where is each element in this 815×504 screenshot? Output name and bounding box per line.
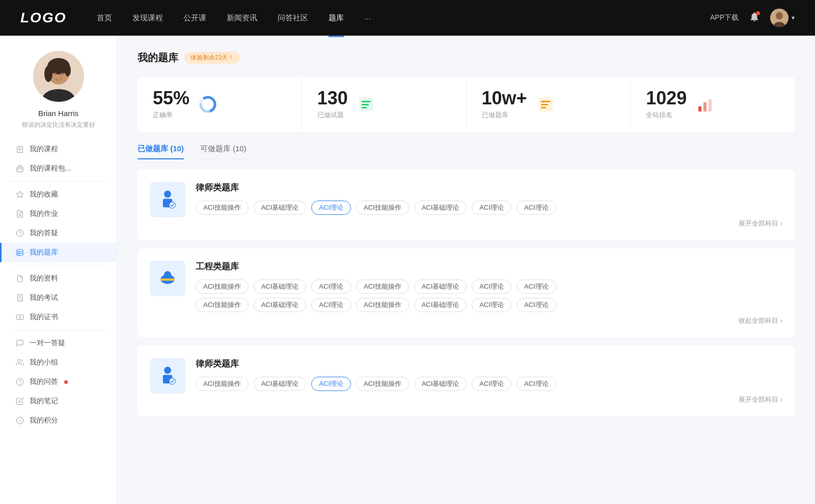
tag-aci-theory-1[interactable]: ACI理论 <box>311 201 351 215</box>
divider2 <box>10 265 106 266</box>
sidebar-item-courses[interactable]: 我的课程 <box>0 139 117 159</box>
sidebar-item-oneone[interactable]: 一对一答疑 <box>0 333 117 353</box>
sidebar-item-qbank[interactable]: 我的题库 <box>0 243 117 262</box>
star-icon <box>15 190 24 199</box>
divider3 <box>10 330 106 330</box>
svg-point-50 <box>164 190 171 198</box>
sidebar-item-myqa[interactable]: 我的答疑 <box>0 223 117 243</box>
bar-chart-icon <box>695 94 715 115</box>
sidebar-label-cert: 我的证书 <box>30 313 58 322</box>
tag-eng-base-4[interactable]: ACI基础理论 <box>414 298 467 312</box>
nav-qbank[interactable]: 题库 <box>329 11 344 25</box>
notification-bell[interactable] <box>749 11 760 24</box>
tag-law2-base-2[interactable]: ACI基础理论 <box>414 377 467 391</box>
tag-aci-theory-2[interactable]: ACI理论 <box>472 201 511 215</box>
sidebar-label-data: 我的资料 <box>30 274 58 283</box>
top-navigation: LOGO 首页 发现课程 公开课 新闻资讯 问答社区 题库 ··· APP下载 … <box>0 0 815 36</box>
sidebar-item-group[interactable]: 我的小组 <box>0 353 117 372</box>
tag-law2-base-1[interactable]: ACI基础理论 <box>254 377 307 391</box>
tag-eng-base-3[interactable]: ACI基础理论 <box>254 298 307 312</box>
tag-eng-theory-4[interactable]: ACI理论 <box>311 298 351 312</box>
stat-label-rank: 全站排名 <box>646 110 687 120</box>
tag-eng-skill-3[interactable]: ACI技能操作 <box>196 298 249 312</box>
sidebar-label-favorites: 我的收藏 <box>30 190 58 199</box>
expand-link-lawyer-1[interactable]: 展开全部科目 › <box>196 219 782 228</box>
tag-law2-skill-1[interactable]: ACI技能操作 <box>196 377 249 391</box>
tag-aci-base-theory-2[interactable]: ACI基础理论 <box>414 201 467 215</box>
tag-aci-skill-op-2[interactable]: ACI技能操作 <box>356 201 409 215</box>
nav-more[interactable]: ··· <box>364 12 371 24</box>
nav-discover[interactable]: 发现课程 <box>132 11 163 25</box>
svg-point-8 <box>65 64 71 76</box>
tag-aci-base-theory-1[interactable]: ACI基础理论 <box>254 201 307 215</box>
stat-value-correctness: 55% <box>153 89 189 107</box>
sidebar-item-data[interactable]: 我的资料 <box>0 269 117 288</box>
nav-right: APP下载 ▾ <box>710 9 795 27</box>
sidebar-item-points[interactable]: 我的积分 <box>0 411 117 430</box>
sidebar-menu: 我的课程 我的课程包... 我的收藏 <box>0 139 117 430</box>
tag-aci-skill-op-1[interactable]: ACI技能操作 <box>196 201 249 215</box>
tag-eng-theory-2[interactable]: ACI理论 <box>472 279 511 294</box>
stat-label-correctness: 正确率 <box>153 110 189 120</box>
tag-eng-theory-6[interactable]: ACI理论 <box>517 298 556 312</box>
tag-eng-theory-5[interactable]: ACI理论 <box>472 298 511 312</box>
tags-row-lawyer-2: ACI技能操作 ACI基础理论 ACI理论 ACI技能操作 ACI基础理论 AC… <box>196 377 782 391</box>
stats-row: 55% 正确率 130 已做试题 <box>138 77 795 132</box>
sidebar-label-oneone: 一对一答疑 <box>30 339 65 348</box>
app-download-link[interactable]: APP下载 <box>710 13 739 22</box>
svg-point-1 <box>776 12 783 20</box>
tag-eng-skill-1[interactable]: ACI技能操作 <box>196 279 249 294</box>
sidebar-label-group: 我的小组 <box>30 358 58 367</box>
tag-eng-base-2[interactable]: ACI基础理论 <box>414 279 467 294</box>
expand-link-lawyer-2[interactable]: 展开全部科目 › <box>196 395 782 404</box>
svg-point-20 <box>16 230 23 236</box>
qbank-icon <box>15 248 24 257</box>
tag-law2-theory-3[interactable]: ACI理论 <box>517 377 556 391</box>
tag-eng-skill-2[interactable]: ACI技能操作 <box>356 279 409 294</box>
sidebar-user-name: Brian Harris <box>38 109 78 118</box>
stat-value-rank: 1029 <box>646 89 687 107</box>
nav-qa[interactable]: 问答社区 <box>278 11 308 25</box>
logo[interactable]: LOGO <box>20 10 66 26</box>
tag-eng-base-1[interactable]: ACI基础理论 <box>254 279 307 294</box>
tag-law2-skill-2[interactable]: ACI技能操作 <box>356 377 409 391</box>
sidebar-item-cert[interactable]: 我的证书 <box>0 307 117 327</box>
tag-aci-theory-3[interactable]: ACI理论 <box>517 201 556 215</box>
sidebar-item-questions[interactable]: 我的问答 <box>0 372 117 391</box>
main-layout: Brian Harris 错误的决定比没有决定要好 我的课程 我的课程包... <box>0 36 815 504</box>
qbank-body-engineer: 工程类题库 ACI技能操作 ACI基础理论 ACI理论 ACI技能操作 ACI基… <box>196 261 782 325</box>
sidebar-item-exam[interactable]: 我的考试 <box>0 288 117 307</box>
sidebar-item-packages[interactable]: 我的课程包... <box>0 159 117 178</box>
tab-todo[interactable]: 可做题库 (10) <box>200 144 247 159</box>
svg-rect-22 <box>17 249 23 256</box>
sidebar-motto: 错误的决定比没有决定要好 <box>22 121 95 129</box>
sidebar-item-homework[interactable]: 我的作业 <box>0 204 117 223</box>
svg-marker-17 <box>16 191 23 198</box>
main-content: 我的题库 体验剩余23天！ 55% 正确率 <box>117 36 815 504</box>
qbank-body-lawyer-1: 律师类题库 ACI技能操作 ACI基础理论 ACI理论 ACI技能操作 ACI基… <box>196 182 782 228</box>
stat-ranking: 1029 全站排名 <box>631 77 795 132</box>
tabs-row: 已做题库 (10) 可做题库 (10) <box>138 144 795 159</box>
sidebar-label-qbank: 我的题库 <box>30 248 58 257</box>
collapse-link-engineer[interactable]: 收起全部科目 › <box>196 316 782 325</box>
tab-done[interactable]: 已做题库 (10) <box>138 144 184 159</box>
nav-home[interactable]: 首页 <box>97 11 112 25</box>
tag-law2-theory-2[interactable]: ACI理论 <box>472 377 511 391</box>
sidebar-label-myqa: 我的答疑 <box>30 229 58 238</box>
stat-value-done-b: 10w+ <box>482 89 527 107</box>
sidebar-item-notes[interactable]: 我的笔记 <box>0 391 117 411</box>
lawyer-icon-box-2 <box>150 358 185 394</box>
stat-done-questions: 130 已做试题 <box>302 77 467 132</box>
svg-point-33 <box>16 378 23 385</box>
course-icon <box>15 145 24 154</box>
nav-news[interactable]: 新闻资讯 <box>227 11 257 25</box>
nav-opencourse[interactable]: 公开课 <box>183 11 206 25</box>
user-avatar-menu[interactable]: ▾ <box>770 9 795 27</box>
question-icon <box>15 229 24 238</box>
tag-eng-theory-1[interactable]: ACI理论 <box>311 279 351 294</box>
tag-eng-skill-4[interactable]: ACI技能操作 <box>356 298 409 312</box>
sidebar-item-favorites[interactable]: 我的收藏 <box>0 185 117 204</box>
tag-eng-theory-3[interactable]: ACI理论 <box>517 279 556 294</box>
sidebar-label-packages: 我的课程包... <box>30 164 71 173</box>
tag-law2-theory-1[interactable]: ACI理论 <box>311 377 351 391</box>
